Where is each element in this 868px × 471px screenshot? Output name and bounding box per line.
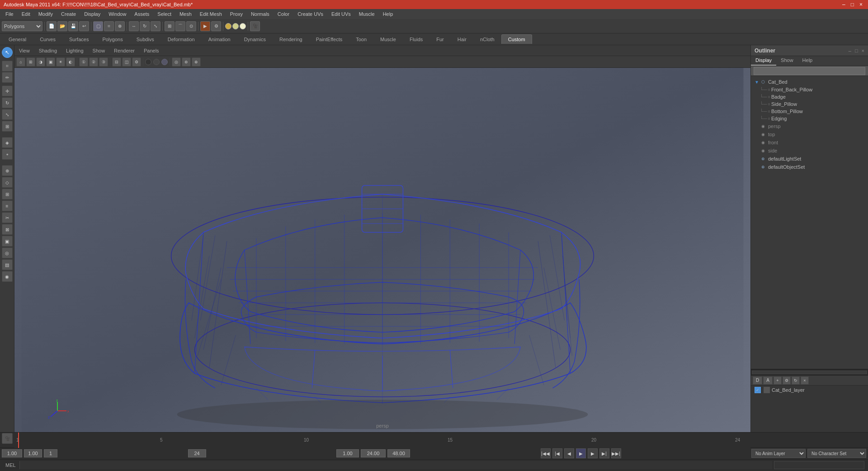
tree-item-top[interactable]: ◉ top (751, 130, 868, 138)
outliner-search-input[interactable] (754, 67, 865, 75)
tree-item-edging[interactable]: └─ ○ Edging (756, 115, 868, 122)
menu-edit-uvs[interactable]: Edit UVs (328, 10, 354, 18)
timeline-ruler[interactable]: 1 5 10 15 20 24 (14, 433, 750, 448)
transform-tool-btn[interactable]: ⊞ (2, 121, 13, 132)
window-controls[interactable]: – □ × (840, 1, 864, 8)
tab-hair[interactable]: Hair (451, 34, 473, 44)
layer-refresh-btn[interactable]: ↻ (792, 376, 800, 385)
fill-hole-btn[interactable]: ◉ (2, 271, 13, 282)
open-file-btn[interactable]: 📂 (57, 21, 67, 31)
outliner-minimize[interactable]: – (849, 48, 851, 53)
menu-mesh[interactable]: Mesh (176, 10, 195, 18)
vp-menu-lighting[interactable]: Lighting (63, 47, 86, 54)
tree-item-persp[interactable]: ◉ persp (751, 122, 868, 130)
render-settings-btn[interactable]: ⚙ (211, 21, 221, 31)
tree-item-side-pillow[interactable]: └─ ○ Side_Pillow (756, 100, 868, 108)
vp-shade-btn[interactable]: ◑ (36, 57, 45, 67)
light-color-1[interactable] (225, 23, 231, 29)
vp-wireframe-btn[interactable]: ⊞ (26, 57, 35, 67)
outliner-tab-help[interactable]: Help (798, 56, 817, 66)
undo-btn[interactable]: ↩ (79, 21, 89, 31)
vp-wireframe-color-btn[interactable] (161, 59, 168, 65)
tab-deformation[interactable]: Deformation (161, 34, 202, 44)
move-tool-btn[interactable]: ✛ (2, 86, 13, 96)
vp-camera-opts[interactable]: ⚙ (132, 57, 141, 67)
tree-item-side[interactable]: ◉ side (751, 147, 868, 155)
tab-curves[interactable]: Curves (33, 34, 62, 44)
vp-texture-btn[interactable]: ▣ (46, 57, 55, 67)
vp-menu-show[interactable]: Show (90, 47, 108, 54)
paint-select-btn[interactable]: ⊕ (115, 21, 125, 31)
tab-toon[interactable]: Toon (349, 34, 373, 44)
tab-surfaces[interactable]: Surfaces (62, 34, 95, 44)
outliner-close[interactable]: × (862, 48, 864, 53)
snap-grid-btn[interactable]: ⊞ (165, 21, 175, 31)
vp-menu-panels[interactable]: Panels (141, 47, 162, 54)
current-frame-field[interactable] (24, 449, 42, 457)
menu-create-uvs[interactable]: Create UVs (294, 10, 327, 18)
split-poly-btn[interactable]: ✂ (2, 212, 13, 223)
layer-anim-tab[interactable]: A (763, 376, 773, 385)
vp-menu-shading[interactable]: Shading (36, 47, 60, 54)
tree-item-badge[interactable]: └─ ○ Badge (756, 93, 868, 100)
bevel-btn[interactable]: ◇ (2, 177, 13, 188)
tab-fluids[interactable]: Fluids (403, 34, 429, 44)
render-btn[interactable]: ▶ (200, 21, 210, 31)
prev-frame-btn[interactable]: ◀ (564, 448, 574, 458)
layer-item-cat-bed[interactable]: ✓ Cat_Bed_layer (751, 385, 868, 395)
soft-sel-btn[interactable]: ◈ (2, 137, 13, 148)
vp-bookmark-btn[interactable]: ⊛ (182, 57, 191, 67)
select-tool-btn[interactable]: ↖ (2, 47, 13, 58)
camera-view-btn[interactable]: 🎥 (2, 433, 13, 444)
insert-edge-btn[interactable]: ≡ (2, 200, 13, 211)
vp-display-3[interactable]: ③ (99, 57, 108, 67)
polygon-select-dropdown[interactable]: Polygons (2, 21, 42, 31)
outliner-tab-show[interactable]: Show (776, 56, 798, 66)
tab-dynamics[interactable]: Dynamics (237, 34, 273, 44)
layer-visibility-checkbox[interactable]: ✓ (755, 387, 761, 393)
menu-muscle[interactable]: Muscle (355, 10, 378, 18)
vp-bg-color-btn[interactable] (153, 59, 160, 65)
vp-grid-btn[interactable]: ⊟ (112, 57, 121, 67)
prev-key-btn[interactable]: |◀ (552, 448, 562, 458)
cut-face-btn[interactable]: ⊠ (2, 224, 13, 235)
vp-light-btn[interactable]: ☀ (56, 57, 65, 67)
frame-step-field[interactable] (44, 449, 57, 457)
new-file-btn[interactable]: 📄 (47, 21, 57, 31)
save-file-btn[interactable]: 💾 (68, 21, 78, 31)
vp-hud-btn[interactable]: ◫ (122, 57, 131, 67)
vp-isolate-btn[interactable]: ◎ (172, 57, 181, 67)
layer-options-btn[interactable]: ⚙ (783, 376, 791, 385)
select-btn[interactable]: ▢ (93, 21, 103, 31)
anim-range-end[interactable] (361, 449, 386, 457)
menu-modify[interactable]: Modify (35, 10, 57, 18)
layer-render-toggle[interactable] (764, 387, 770, 393)
vp-shadow-btn[interactable]: ◐ (66, 57, 75, 67)
anim-layer-select[interactable]: No Anim Layer (751, 449, 806, 458)
paint-tool-btn[interactable]: ✏ (2, 72, 13, 83)
light-color-2[interactable] (232, 23, 239, 29)
maximize-button[interactable]: □ (849, 1, 856, 8)
menu-window[interactable]: Window (105, 10, 130, 18)
vp-snap-opts[interactable]: ⊕ (192, 57, 201, 67)
offset-face-btn[interactable]: ▣ (2, 236, 13, 247)
snap-point-btn[interactable]: ⊙ (186, 21, 196, 31)
translate-btn[interactable]: ↔ (129, 21, 139, 31)
vp-menu-view[interactable]: View (16, 47, 33, 54)
tab-painteffects[interactable]: PaintEffects (309, 34, 349, 44)
menu-proxy[interactable]: Proxy (226, 10, 246, 18)
end-frame-field[interactable] (188, 449, 206, 457)
tree-item-bottom-pillow[interactable]: └─ ○ Bottom_Pillow (756, 108, 868, 115)
layer-delete-btn[interactable]: × (801, 376, 809, 385)
tab-polygons[interactable]: Polygons (95, 34, 129, 44)
snap-curve-btn[interactable]: ⌒ (175, 21, 185, 31)
vp-display-2[interactable]: ② (89, 57, 98, 67)
menu-create[interactable]: Create (57, 10, 80, 18)
tree-item-default-light-set[interactable]: ⊕ defaultLightSet (751, 155, 868, 163)
bridge-btn[interactable]: ⊞ (2, 189, 13, 200)
jump-end-btn[interactable]: ▶▶| (611, 448, 621, 458)
close-button[interactable]: × (858, 1, 864, 8)
rotate-btn[interactable]: ↻ (140, 21, 150, 31)
tab-general[interactable]: General (2, 34, 33, 44)
tab-animation[interactable]: Animation (202, 34, 237, 44)
